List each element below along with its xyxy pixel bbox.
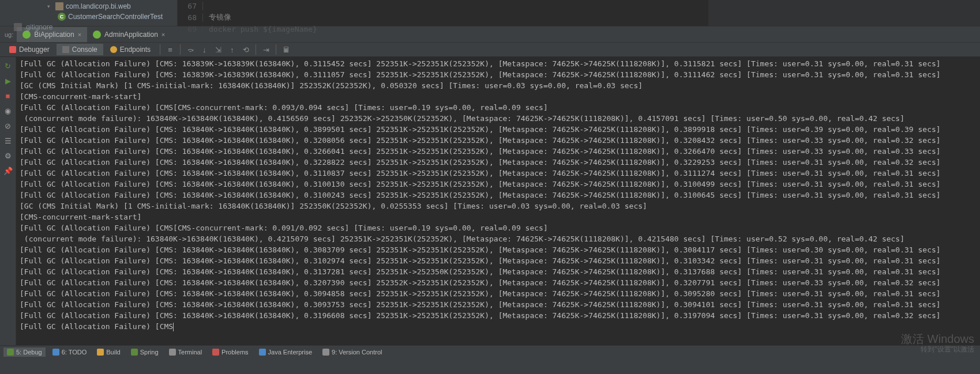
gutter: 69 bbox=[181, 25, 203, 33]
toolwindow-label: Spring bbox=[140, 349, 159, 356]
evaluate-button[interactable]: 🖩 bbox=[280, 43, 292, 56]
separator bbox=[256, 44, 256, 55]
package-label: com.landicorp.bi.web bbox=[66, 2, 131, 10]
tab-label: Console bbox=[72, 46, 97, 54]
console-line: [Full GC (Allocation Failure) [CMS: 1638… bbox=[20, 157, 977, 168]
console-line: [Full GC (Allocation Failure) [CMS bbox=[20, 321, 977, 332]
editor-area: ▾ com.landicorp.bi.web C CustomerSearchC… bbox=[0, 0, 980, 26]
console-line: [Full GC (Allocation Failure) [CMS: 1638… bbox=[20, 255, 977, 266]
step-out-button[interactable]: ↑ bbox=[226, 43, 238, 56]
console-line: [Full GC (Allocation Failure) [CMS: 1638… bbox=[20, 179, 977, 190]
console-line: [Full GC (Allocation Failure) [CMS: 1638… bbox=[20, 69, 977, 80]
debug-side-toolbar: ↻ ▶ ■ ◉ ⊘ ☰ ⚙ 📌 bbox=[0, 57, 16, 345]
toolwindow-label: Build bbox=[106, 349, 120, 356]
tab-endpoints[interactable]: Endpoints bbox=[104, 44, 156, 55]
console-line: [Full GC (Allocation Failure) [CMS: 1638… bbox=[20, 124, 977, 135]
drop-frame-button[interactable]: ⟲ bbox=[239, 43, 252, 56]
mute-breakpoints-button[interactable]: ⊘ bbox=[2, 119, 14, 132]
toolwindow-label: 5: Debug bbox=[16, 349, 42, 356]
gutter: 68 bbox=[181, 13, 203, 22]
toolwindow-todo[interactable]: 6: TODO bbox=[49, 347, 91, 357]
tree-package[interactable]: ▾ com.landicorp.bi.web bbox=[0, 1, 177, 12]
console-line: [CMS-concurrent-mark-start] bbox=[20, 91, 977, 102]
terminal-icon bbox=[62, 46, 69, 53]
build-icon bbox=[97, 349, 104, 356]
bottom-toolbar: 5: Debug 6: TODO Build Spring Terminal P… bbox=[0, 345, 980, 358]
tab-label: Endpoints bbox=[120, 46, 151, 54]
console-line: [Full GC (Allocation Failure) [CMS: 1638… bbox=[20, 244, 977, 255]
file-icon bbox=[14, 23, 22, 31]
gutter: 67 bbox=[181, 2, 203, 10]
class-label: CustomerSearchControllerTest bbox=[68, 13, 163, 21]
resume-button[interactable]: ▶ bbox=[2, 74, 14, 87]
debug-toolbar: Debugger Console Endpoints ≡ ⤼ ↓ ⇲ ↑ ⟲ ⇥… bbox=[0, 42, 980, 57]
problems-icon bbox=[212, 349, 219, 356]
code-line: 67 bbox=[181, 0, 705, 12]
step-into-button[interactable]: ↓ bbox=[198, 43, 211, 56]
tree-class[interactable]: C CustomerSearchControllerTest bbox=[0, 12, 177, 22]
stop-button[interactable]: ■ bbox=[2, 89, 14, 102]
console-line: [Full GC (Allocation Failure) [CMS: 1638… bbox=[20, 190, 977, 201]
tab-debugger[interactable]: Debugger bbox=[3, 44, 55, 55]
force-step-into-button[interactable]: ⇲ bbox=[212, 43, 224, 56]
layout-button[interactable]: ☰ bbox=[2, 134, 14, 147]
console-line: [Full GC (Allocation Failure) [CMS: 1638… bbox=[20, 310, 977, 321]
console-line: [Full GC (Allocation Failure) [CMS[CMS-c… bbox=[20, 102, 977, 113]
code-line: 68 专镜像 bbox=[181, 12, 705, 23]
step-over-button[interactable]: ⤼ bbox=[184, 43, 197, 56]
code-line: 69 docker push ${imageName} bbox=[181, 23, 705, 35]
run-to-cursor-button[interactable]: ⇥ bbox=[260, 43, 272, 56]
toolwindow-spring[interactable]: Spring bbox=[127, 347, 162, 357]
tab-label: Debugger bbox=[19, 46, 50, 54]
project-tree[interactable]: ▾ com.landicorp.bi.web C CustomerSearchC… bbox=[0, 0, 178, 26]
console-line: [Full GC (Allocation Failure) [CMS: 1638… bbox=[20, 277, 977, 288]
console-output[interactable]: [Full GC (Allocation Failure) [CMS: 1638… bbox=[16, 57, 980, 345]
toolwindow-label: Java Enterprise bbox=[268, 349, 312, 356]
console-line: [Full GC (Allocation Failure) [CMS: 1638… bbox=[20, 168, 977, 179]
separator bbox=[160, 44, 160, 55]
step-over-button[interactable]: ≡ bbox=[164, 43, 177, 56]
toolwindow-build[interactable]: Build bbox=[93, 347, 123, 357]
chevron-down-icon: ▾ bbox=[47, 3, 53, 9]
console-line: [GC (CMS Initial Mark) [1 CMS-initial-ma… bbox=[20, 201, 977, 211]
console-line: [Full GC (Allocation Failure) [CMS: 1638… bbox=[20, 299, 977, 310]
console-line: [Full GC (Allocation Failure) [CMS[CMS-c… bbox=[20, 222, 977, 233]
terminal-icon bbox=[169, 349, 176, 356]
toolwindow-java-enterprise[interactable]: Java Enterprise bbox=[256, 347, 316, 357]
pin-button[interactable]: 📌 bbox=[2, 164, 14, 177]
console-line: [Full GC (Allocation Failure) [CMS: 1638… bbox=[20, 135, 977, 146]
tab-console[interactable]: Console bbox=[57, 44, 103, 55]
toolwindow-debug[interactable]: 5: Debug bbox=[3, 347, 46, 357]
console-line: [Full GC (Allocation Failure) [CMS: 1638… bbox=[20, 288, 977, 299]
toolwindow-terminal[interactable]: Terminal bbox=[166, 347, 206, 357]
endpoints-icon bbox=[110, 46, 117, 53]
bug-icon bbox=[9, 46, 16, 53]
rerun-button[interactable]: ↻ bbox=[2, 59, 14, 72]
console-line: [CMS-concurrent-mark-start] bbox=[20, 211, 977, 222]
code-editor[interactable]: 67 68 专镜像 69 docker push ${imageName} bbox=[178, 0, 709, 26]
tree-file[interactable]: .gitignore bbox=[0, 22, 177, 32]
toolwindow-label: 6: TODO bbox=[62, 349, 87, 356]
console-line: (concurrent mode failure): 163840K->1638… bbox=[20, 233, 977, 244]
file-label: .gitignore bbox=[24, 23, 52, 31]
spring-icon bbox=[131, 349, 138, 356]
console-panel: ↻ ▶ ■ ◉ ⊘ ☰ ⚙ 📌 [Full GC (Allocation Fai… bbox=[0, 57, 980, 345]
toolwindow-problems[interactable]: Problems bbox=[209, 347, 251, 357]
toolwindow-version-control[interactable]: 9: Version Control bbox=[319, 347, 385, 357]
todo-icon bbox=[52, 349, 59, 356]
debug-icon bbox=[7, 349, 14, 356]
settings-button[interactable]: ⚙ bbox=[2, 149, 14, 162]
editor-margin bbox=[709, 0, 980, 26]
separator bbox=[276, 44, 276, 55]
console-line: (concurrent mode failure): 163840K->1638… bbox=[20, 113, 977, 124]
toolwindow-label: Problems bbox=[221, 349, 248, 356]
toolwindow-label: Terminal bbox=[178, 349, 202, 356]
console-line: [Full GC (Allocation Failure) [CMS: 1638… bbox=[20, 266, 977, 277]
console-line: [Full GC (Allocation Failure) [CMS: 1638… bbox=[20, 58, 977, 69]
code-text: 专镜像 bbox=[209, 12, 231, 22]
view-breakpoints-button[interactable]: ◉ bbox=[2, 104, 14, 117]
code-text: docker push ${imageName} bbox=[209, 25, 317, 33]
vcs-icon bbox=[322, 349, 329, 356]
package-icon bbox=[55, 2, 63, 10]
console-line: [GC (CMS Initial Mark) [1 CMS-initial-ma… bbox=[20, 80, 977, 91]
